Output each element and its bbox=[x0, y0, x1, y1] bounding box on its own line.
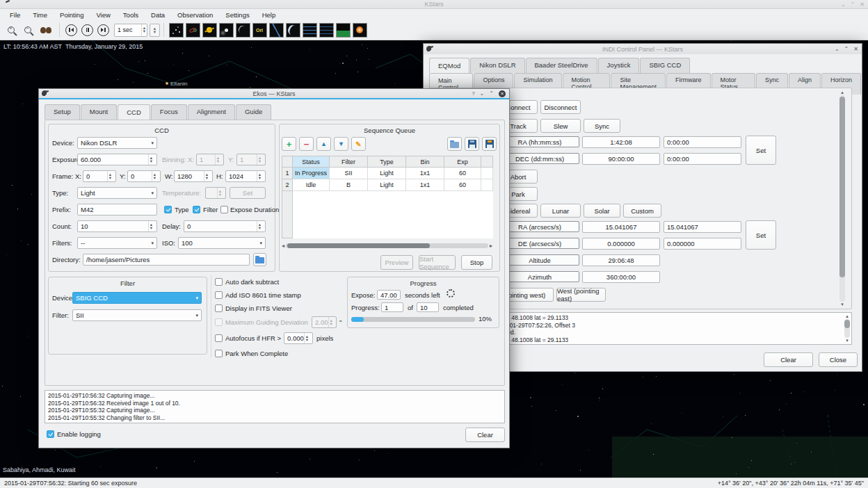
zoom-in-icon[interactable]: + bbox=[8, 26, 15, 33]
indi-titlebar[interactable]: INDI Control Panel — KStars ⌄ ⌃ ✕ bbox=[424, 44, 862, 54]
set-rate-button[interactable]: Set bbox=[746, 220, 776, 250]
shade-icon[interactable]: ⌄ bbox=[480, 90, 485, 97]
filter-checkbox[interactable] bbox=[193, 206, 200, 213]
ra-target-field[interactable]: 0:00:00 bbox=[664, 136, 741, 148]
de-rate-field-2[interactable]: 0.000000 bbox=[664, 238, 741, 250]
exposure-spin[interactable]: 60.000▴▾ bbox=[77, 154, 157, 165]
ekos-clear-button[interactable]: Clear bbox=[465, 428, 505, 442]
auto-dark-subtract-checkbox[interactable] bbox=[215, 278, 223, 286]
menu-tools[interactable]: Tools bbox=[118, 10, 144, 19]
toggle-solar-system-icon[interactable] bbox=[202, 23, 217, 38]
table-hscrollbar[interactable]: ◂ ▸ bbox=[282, 243, 492, 248]
cell-type[interactable]: Light bbox=[368, 168, 406, 179]
step-forward-icon[interactable] bbox=[97, 24, 109, 36]
lunar-button[interactable]: Lunar bbox=[540, 204, 581, 218]
ccd-device-combo[interactable]: Nikon DSLR▾ bbox=[77, 137, 157, 149]
expose-duration-checkbox[interactable] bbox=[220, 206, 228, 213]
add-job-button[interactable]: + bbox=[282, 137, 296, 151]
scroll-right-icon[interactable]: ▸ bbox=[490, 243, 492, 249]
menu-data[interactable]: Data bbox=[145, 10, 170, 19]
ra-value-field[interactable]: 1:42:08 bbox=[582, 136, 660, 148]
cell-exp[interactable]: 60 bbox=[444, 179, 481, 191]
close-icon[interactable]: ✕ bbox=[860, 1, 865, 8]
scroll-left-icon[interactable]: ◂ bbox=[282, 243, 284, 249]
tab-baader-steeldrive[interactable]: Baader SteelDrive bbox=[526, 58, 597, 73]
frame-h-spin[interactable]: 1024▴▾ bbox=[225, 170, 266, 182]
remove-job-button[interactable]: − bbox=[299, 137, 314, 151]
tab-nikon-dslr[interactable]: Nikon DSLR bbox=[470, 58, 524, 73]
slew-button[interactable]: Slew bbox=[540, 119, 581, 133]
cell-bin[interactable]: 1x1 bbox=[406, 168, 444, 179]
azimuth-field[interactable]: 360:00:00 bbox=[582, 271, 660, 283]
ekos-log[interactable]: 2015-01-29T10:56:32 Capturing image... 2… bbox=[45, 390, 505, 423]
star-label-eltanin[interactable]: Eltanin bbox=[170, 81, 187, 87]
col-exp[interactable]: Exp bbox=[444, 156, 481, 168]
toggle-comets-icon[interactable] bbox=[219, 23, 234, 38]
tab-eqmod[interactable]: EQMod bbox=[429, 58, 469, 73]
type-combo[interactable]: Light▾ bbox=[77, 187, 157, 199]
step-backward-icon[interactable] bbox=[65, 24, 77, 36]
help-icon[interactable]: ? bbox=[472, 90, 474, 97]
menu-help[interactable]: Help bbox=[257, 10, 282, 19]
hfr-spin[interactable]: 0.000▴▾ bbox=[284, 332, 313, 344]
ra-rate-field-1[interactable]: 15.041067 bbox=[582, 221, 660, 233]
filters-combo[interactable]: --▾ bbox=[77, 237, 157, 249]
tab-alignment[interactable]: Alignment bbox=[188, 104, 235, 120]
col-status[interactable]: Status bbox=[293, 156, 330, 168]
tab-joystick[interactable]: Joystick bbox=[598, 58, 640, 73]
close-icon[interactable]: ✕ bbox=[853, 46, 858, 52]
autofocus-hfr-checkbox[interactable] bbox=[215, 334, 223, 342]
table-row[interactable]: 1 In Progress SII Light 1x1 60 bbox=[282, 168, 493, 179]
time-step-stepper[interactable]: ▴▾ bbox=[150, 24, 160, 37]
ekos-titlebar[interactable]: Ekos — KStars ? ⌄ ⌃ ✕ bbox=[39, 89, 509, 99]
main-window-titlebar[interactable]: KStars ⌄ ⌃ ✕ bbox=[0, 0, 868, 9]
dec-target-field[interactable]: 0:00:00 bbox=[664, 153, 741, 165]
toggle-constellation-boundaries-icon[interactable] bbox=[269, 23, 284, 38]
cell-exp[interactable]: 60 bbox=[444, 168, 481, 179]
dec-value-field[interactable]: 90:00:00 bbox=[582, 153, 660, 165]
maximize-icon[interactable]: ⌃ bbox=[851, 1, 855, 8]
type-checkbox[interactable] bbox=[164, 206, 172, 213]
spin-arrows-icon[interactable]: ▴▾ bbox=[148, 154, 154, 165]
disconnect-button[interactable]: Disconnect bbox=[540, 100, 581, 114]
sequence-queue-table[interactable]: Status Filter Type Bin Exp 1 In Progress… bbox=[282, 156, 493, 238]
indi-scrollbar[interactable]: ▴ ▾ bbox=[839, 90, 846, 307]
fits-viewer-checkbox[interactable] bbox=[215, 304, 223, 312]
pause-icon[interactable] bbox=[81, 24, 93, 36]
menu-pointing[interactable]: Pointing bbox=[54, 10, 89, 19]
find-object-icon[interactable] bbox=[40, 27, 51, 33]
ra-rate-field-2[interactable]: 15.041067 bbox=[664, 221, 741, 233]
enable-logging-checkbox[interactable] bbox=[47, 430, 54, 438]
cell-bin[interactable]: 1x1 bbox=[406, 179, 444, 191]
tab-guide[interactable]: Guide bbox=[236, 104, 271, 120]
stop-button[interactable]: Stop bbox=[461, 255, 492, 270]
move-up-button[interactable]: ▲ bbox=[316, 137, 331, 151]
prefix-input[interactable]: M42 bbox=[77, 204, 157, 215]
table-row[interactable]: 2 Idle B Light 1x1 60 bbox=[282, 179, 493, 191]
shade-icon[interactable]: ⌄ bbox=[835, 46, 839, 52]
save-as-sequence-button[interactable] bbox=[482, 137, 497, 151]
time-step-input[interactable]: 1 sec▴▾ bbox=[114, 24, 147, 37]
toggle-satellites-icon[interactable] bbox=[236, 23, 250, 38]
set-coords-button[interactable]: Set bbox=[746, 136, 776, 165]
zoom-out-icon[interactable]: − bbox=[24, 26, 31, 33]
cell-filter[interactable]: B bbox=[330, 179, 368, 191]
indi-close-button[interactable]: Close bbox=[819, 352, 858, 367]
frame-x-spin[interactable]: 0▴▾ bbox=[83, 170, 116, 182]
toggle-stars-icon[interactable] bbox=[169, 23, 184, 38]
minimize-icon[interactable]: ⌄ bbox=[841, 1, 846, 8]
menu-observation[interactable]: Observation bbox=[172, 10, 218, 19]
browse-directory-button[interactable] bbox=[253, 253, 266, 266]
toggle-horizon-icon[interactable] bbox=[336, 23, 351, 38]
col-type[interactable]: Type bbox=[368, 156, 406, 168]
filter-combo[interactable]: SII▾ bbox=[72, 309, 202, 321]
solar-button[interactable]: Solar bbox=[584, 204, 620, 218]
close-icon[interactable]: ✕ bbox=[499, 90, 506, 97]
indi-clear-button[interactable]: Clear bbox=[764, 352, 813, 367]
col-bin[interactable]: Bin bbox=[406, 156, 444, 168]
cell-status[interactable]: Idle bbox=[293, 179, 330, 191]
iso-combo[interactable]: 100▾ bbox=[178, 237, 266, 249]
custom-button[interactable]: Custom bbox=[623, 204, 661, 218]
tab-sbig-ccd[interactable]: SBIG CCD bbox=[640, 58, 690, 73]
de-rate-field-1[interactable]: 0.000000 bbox=[582, 238, 660, 250]
